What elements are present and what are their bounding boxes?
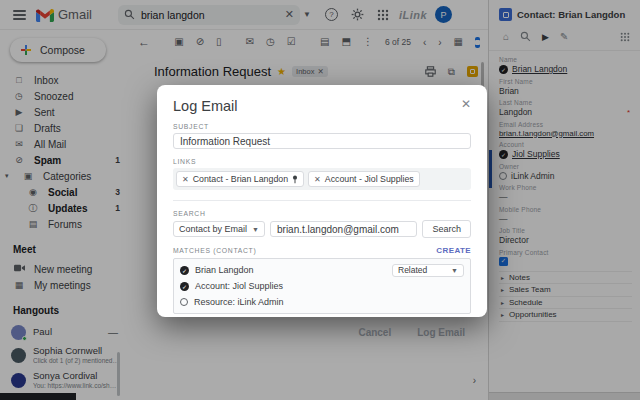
cancel-button[interactable]: Cancel xyxy=(358,327,391,338)
create-link[interactable]: CREATE xyxy=(436,246,471,255)
link-chip-account[interactable]: ✕ Account - Jiol Supplies xyxy=(308,171,420,187)
bottom-taskbar-fragment xyxy=(0,393,76,400)
dialog-title: Log Email xyxy=(173,98,237,114)
link-chip-contact[interactable]: ✕ Contact - Brian Langdon xyxy=(176,171,304,187)
close-icon[interactable]: ✕ xyxy=(461,98,471,110)
match-row-account[interactable]: ✓ Account: Jiol Supplies xyxy=(180,278,464,294)
matches-list: ✓ Brian Langdon Related ▼ ✓ Account: Jio… xyxy=(173,258,471,314)
relation-select[interactable]: Related ▼ xyxy=(392,264,464,277)
log-email-dialog: Log Email ✕ SUBJECT Information Request … xyxy=(157,85,487,317)
subject-label: SUBJECT xyxy=(173,123,471,130)
app-window: Gmail brian langdon ✕ ▼ ? xyxy=(0,0,640,400)
chevron-down-icon: ▼ xyxy=(252,226,259,233)
match-row-contact[interactable]: ✓ Brian Langdon Related ▼ xyxy=(180,262,464,278)
search-label: SEARCH xyxy=(173,210,471,217)
links-chip-area: ✕ Contact - Brian Langdon ✕ Account - Ji… xyxy=(173,168,471,190)
remove-chip-icon[interactable]: ✕ xyxy=(182,175,189,184)
search-button[interactable]: Search xyxy=(422,220,471,238)
links-label: LINKS xyxy=(173,158,471,165)
remove-chip-icon[interactable]: ✕ xyxy=(314,175,321,184)
match-row-resource[interactable]: Resource: iLink Admin xyxy=(180,294,464,310)
divider xyxy=(173,200,471,201)
checkbox-checked-icon[interactable]: ✓ xyxy=(180,266,189,275)
pin-icon xyxy=(292,175,298,184)
chevron-down-icon: ▼ xyxy=(451,267,458,274)
log-email-button[interactable]: Log Email xyxy=(417,327,465,338)
search-filter-select[interactable]: Contact by Email ▼ xyxy=(173,221,265,237)
search-term-input[interactable]: brian.t.langdon@gmail.com xyxy=(270,221,417,237)
subject-input[interactable]: Information Request xyxy=(173,133,471,149)
radio-unchecked-icon[interactable] xyxy=(180,298,188,306)
matches-label: MATCHES (CONTACT) xyxy=(173,247,256,254)
checkbox-checked-icon[interactable]: ✓ xyxy=(180,282,189,291)
